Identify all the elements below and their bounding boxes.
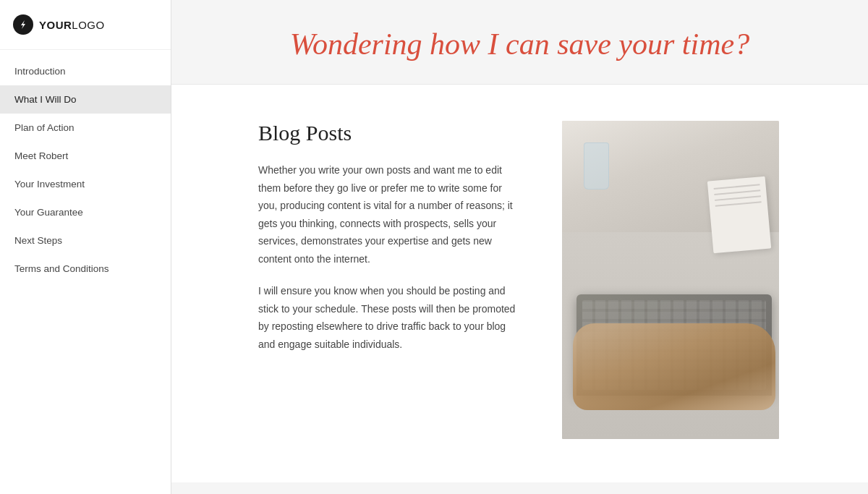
lightning-bolt-icon	[17, 19, 29, 30]
image-placeholder	[562, 121, 779, 439]
main-content: Wondering how I can save your time? Blog…	[171, 0, 868, 494]
sidebar-item-next-steps[interactable]: Next Steps	[0, 226, 171, 255]
notepad-decoration	[707, 176, 771, 254]
sidebar: YOURLOGO Introduction What I Will Do Pla…	[0, 0, 171, 494]
sidebar-item-what-i-will-do[interactable]: What I Will Do	[0, 85, 171, 114]
logo-text: YOURLOGO	[39, 19, 105, 31]
logo-icon	[13, 14, 33, 35]
hero-title: Wondering how I can save your time?	[215, 26, 825, 62]
svg-marker-0	[21, 20, 25, 29]
nav-list: Introduction What I Will Do Plan of Acti…	[0, 57, 171, 283]
glass-decoration	[584, 142, 609, 189]
sidebar-item-your-guarantee[interactable]: Your Guarantee	[0, 198, 171, 226]
sidebar-item-plan-of-action[interactable]: Plan of Action	[0, 114, 171, 142]
sidebar-item-terms-and-conditions[interactable]: Terms and Conditions	[0, 255, 171, 283]
logo-area: YOURLOGO	[0, 0, 171, 50]
sidebar-item-introduction[interactable]: Introduction	[0, 57, 171, 85]
text-block: Blog Posts Whether you write your own po…	[258, 121, 519, 367]
sidebar-item-your-investment[interactable]: Your Investment	[0, 170, 171, 198]
section-title: Blog Posts	[258, 121, 519, 145]
content-section: Blog Posts Whether you write your own po…	[171, 85, 868, 482]
section-paragraph-2: I will ensure you know when you should b…	[258, 282, 519, 353]
hands-decoration	[573, 323, 775, 410]
section-paragraph-1: Whether you write your own posts and wan…	[258, 161, 519, 268]
hero-header: Wondering how I can save your time?	[171, 0, 868, 85]
sidebar-item-meet-robert[interactable]: Meet Robert	[0, 142, 171, 170]
blog-post-image	[562, 121, 779, 439]
